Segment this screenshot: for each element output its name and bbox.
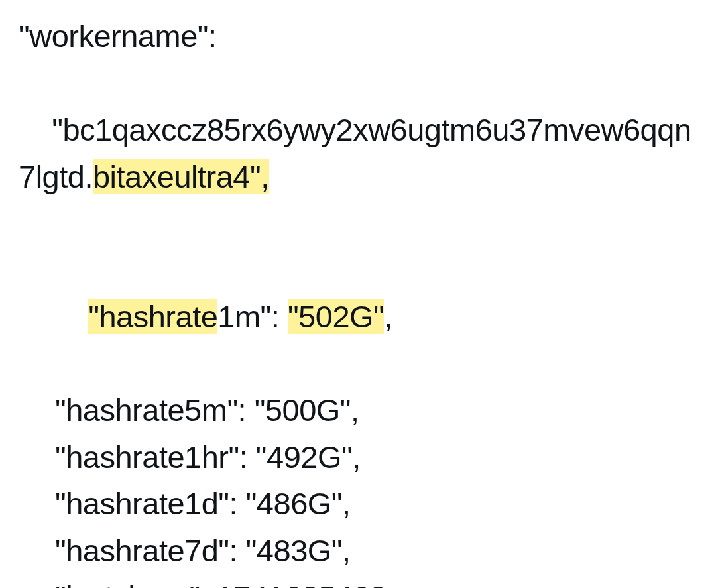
workername-key: "workername": bbox=[19, 13, 697, 60]
hashrate1m-line: "hashrate1m": "502G", bbox=[19, 247, 697, 388]
hashrate5m-line: "hashrate5m": "500G", bbox=[19, 387, 697, 434]
json-text-block: "workername": "bc1qaxccz85rx6ywy2xw6ugtm… bbox=[19, 13, 697, 588]
hashrate1m-key-rest: 1m": bbox=[217, 299, 288, 334]
hashrate1m-comma: , bbox=[384, 299, 392, 334]
hashrate1m-value-highlight: "502G" bbox=[288, 299, 384, 334]
lastshare-line: "lastshare": 1741635468, bbox=[19, 574, 697, 588]
hashrate7d-line: "hashrate7d": "483G", bbox=[19, 528, 697, 575]
workername-suffix-highlight: bitaxeultra4", bbox=[93, 159, 269, 194]
hashrate1d-line: "hashrate1d": "486G", bbox=[19, 481, 697, 528]
hashrate1hr-line: "hashrate1hr": "492G", bbox=[19, 434, 697, 481]
hashrate1m-key-highlight: "hashrate bbox=[88, 299, 217, 334]
workername-value: "bc1qaxccz85rx6ywy2xw6ugtm6u37mvew6qqn7l… bbox=[19, 60, 697, 247]
